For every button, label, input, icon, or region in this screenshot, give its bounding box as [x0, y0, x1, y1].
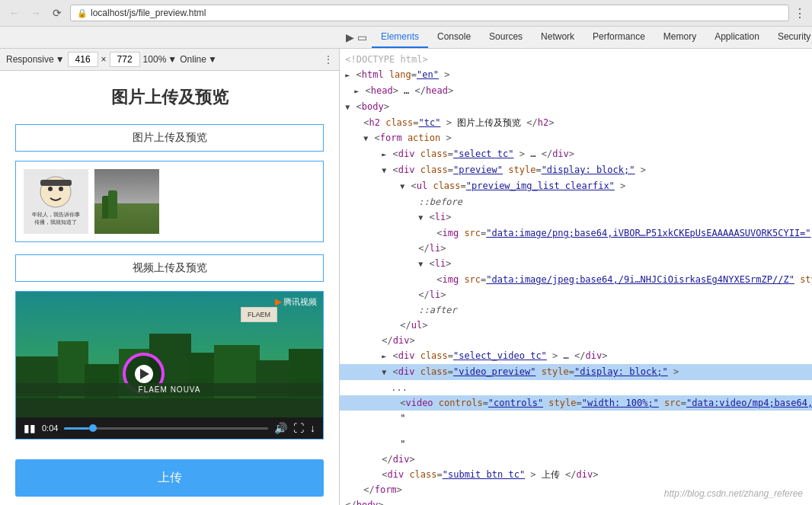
url-text: localhost/js/file_preview.html	[91, 8, 206, 18]
tree-line-div-preview[interactable]: ▼ <div class="preview" style="display: b…	[340, 162, 812, 178]
inspect-element-icon[interactable]: ▶	[346, 31, 354, 43]
tencent-label: 腾讯视频	[283, 296, 317, 308]
download-button[interactable]: ↓	[310, 422, 315, 434]
expand-ul-arrow: ▼	[400, 182, 404, 190]
tab-network[interactable]: Network	[532, 27, 583, 48]
tencent-icon: ▶	[275, 297, 281, 307]
landscape-image-preview	[94, 169, 159, 234]
video-thumbnail: FLAEM FLAEM NOUVA ▶ 腾讯视频	[16, 292, 323, 417]
tree-line-li-2[interactable]: ▼ <li>	[340, 256, 812, 272]
tree-line-div-select-video[interactable]: ► <div class="select_video tc" > … </div…	[340, 348, 812, 364]
lock-icon: 🔒	[77, 8, 88, 18]
svg-text:传播，我就知道了: 传播，我就知道了	[34, 219, 77, 225]
address-bar[interactable]: 🔒 localhost/js/file_preview.html	[70, 5, 789, 21]
tree-line-after[interactable]: ::after	[340, 302, 812, 318]
svg-text:年轻人，我告诉你事: 年轻人，我告诉你事	[32, 212, 80, 218]
toolbar-more-button[interactable]: ⋮	[324, 54, 333, 65]
expand-body-arrow: ▼	[345, 103, 350, 111]
reload-button[interactable]: ⟳	[49, 5, 66, 21]
more-options-button[interactable]: ⋮	[794, 6, 806, 21]
tab-performance[interactable]: Performance	[583, 27, 654, 48]
online-dropdown-icon: ▼	[208, 54, 217, 65]
billboard: FLAEM	[241, 307, 277, 322]
tree-line-li-2-close[interactable]: </li>	[340, 287, 812, 302]
zoom-label: 100%	[143, 54, 167, 65]
main-content: Responsive ▼ × 100% ▼ Online ▼ ⋮ 图片上传及预览…	[0, 49, 812, 505]
video-preview-container: FLAEM FLAEM NOUVA ▶ 腾讯视频 ▮▮ 0:04	[15, 291, 324, 439]
expand-li2-arrow: ▼	[418, 260, 423, 268]
tree-line-li-1[interactable]: ▼ <li>	[340, 209, 812, 225]
height-input[interactable]	[110, 52, 140, 67]
tab-memory[interactable]: Memory	[654, 27, 705, 48]
image-upload-button[interactable]: 图片上传及预览	[15, 124, 324, 152]
expand-div-select-arrow: ►	[382, 150, 386, 158]
tree-line-h2[interactable]: <h2 class="tc" > 图片上传及预览 </h2>	[340, 115, 812, 130]
devtools-tabs-bar: ▶ ▭ Elements Console Sources Network Per…	[0, 27, 812, 49]
pause-button[interactable]: ▮▮	[24, 422, 36, 434]
volume-button[interactable]: 🔊	[274, 422, 287, 434]
submit-button[interactable]: 上传	[15, 459, 324, 497]
tree-line-img-1[interactable]: <img src="data:image/png;base64,iVBOR…P5…	[340, 225, 812, 241]
tree-line-div-preview-close[interactable]: </div>	[340, 333, 812, 348]
webpage-panel: Responsive ▼ × 100% ▼ Online ▼ ⋮ 图片上传及预览…	[0, 49, 340, 505]
tree-line-form-close[interactable]: </form>	[340, 482, 812, 497]
online-select[interactable]: Online ▼	[180, 54, 217, 65]
tree-line-li-1-close[interactable]: </li>	[340, 241, 812, 256]
tree-line-body-close[interactable]: </body>	[340, 497, 812, 505]
tree-line-head[interactable]: ► <head> … </head>	[340, 83, 812, 99]
meme-image-preview: 年轻人，我告诉你事 传播，我就知道了	[24, 169, 88, 234]
width-input[interactable]	[68, 52, 98, 67]
tab-elements[interactable]: Elements	[372, 27, 428, 48]
expand-li1-arrow: ▼	[418, 213, 423, 222]
tree-line-body-open[interactable]: ▼ <body>	[340, 99, 812, 115]
tree-line-before[interactable]: ::before	[340, 194, 812, 209]
tree-line-dots[interactable]: ...	[340, 380, 812, 395]
tab-security[interactable]: Security	[769, 27, 812, 48]
dimension-separator: ×	[101, 54, 107, 65]
video-time: 0:04	[42, 423, 58, 433]
tree-line-html[interactable]: ► <html lang="en" >	[340, 67, 812, 83]
progress-dot	[89, 424, 97, 432]
after-pseudo: ::after	[418, 305, 457, 315]
zoom-select[interactable]: 100% ▼	[143, 54, 177, 65]
tree-line-div-video-close[interactable]: </div>	[340, 452, 812, 467]
video-caption: FLAEM NOUVA	[16, 383, 323, 396]
image-upload-section: 图片上传及预览 年轻人，我告诉你事 传播，我就知道了	[15, 124, 324, 242]
tree-line-div-select-tc[interactable]: ► <div class="select tc" > … </div>	[340, 146, 812, 162]
tree-line-video[interactable]: <video controls="controls" style="width:…	[340, 395, 812, 411]
tree-line-ul-close[interactable]: </ul>	[340, 318, 812, 333]
device-label: Responsive	[6, 54, 54, 65]
tree-line-form[interactable]: ▼ <form action >	[340, 130, 812, 146]
device-mode-icon[interactable]: ▭	[357, 31, 367, 43]
svg-point-3	[59, 187, 63, 191]
tree-line-ul[interactable]: ▼ <ul class="preview_img_list clearfix" …	[340, 178, 812, 194]
video-progress-bar[interactable]	[64, 427, 268, 430]
forward-button[interactable]: →	[27, 5, 44, 21]
expand-div-video-preview-arrow: ▼	[382, 368, 386, 376]
tree-line-doctype[interactable]: <!DOCTYPE html>	[340, 52, 812, 67]
devtools-tabs: Elements Console Sources Network Perform…	[372, 27, 812, 48]
back-button[interactable]: ←	[6, 5, 23, 21]
fullscreen-button[interactable]: ⛶	[293, 422, 304, 434]
tab-console[interactable]: Console	[428, 27, 480, 48]
tree-line-img-2[interactable]: <img src="data:image/jpeg;base64,/9i…NHJ…	[340, 272, 812, 287]
svg-point-2	[48, 187, 53, 191]
tree-line-text-1[interactable]: "	[340, 411, 812, 426]
devtools-icon-bar: ▶ ▭	[341, 28, 372, 46]
tree-line-text-2[interactable]: "	[340, 436, 812, 452]
tab-sources[interactable]: Sources	[480, 27, 532, 48]
before-pseudo: ::before	[418, 197, 462, 207]
video-controls: ▮▮ 0:04 🔊 ⛶ ↓	[16, 417, 323, 439]
progress-fill	[64, 427, 88, 430]
tree-line-div-submit[interactable]: <div class="submit btn tc" > 上传 </div>	[340, 467, 812, 482]
online-label: Online	[180, 54, 206, 65]
tree-line-div-video-preview[interactable]: ▼ <div class="video_preview" style="disp…	[340, 364, 812, 380]
responsive-toolbar: Responsive ▼ × 100% ▼ Online ▼ ⋮	[0, 49, 339, 71]
video-upload-button[interactable]: 视频上传及预览	[15, 254, 324, 282]
device-select[interactable]: Responsive ▼	[6, 54, 65, 65]
tab-application[interactable]: Application	[705, 27, 769, 48]
video-upload-section: 视频上传及预览	[15, 254, 324, 439]
nav-bar: ← → ⟳ 🔒 localhost/js/file_preview.html ⋮	[0, 0, 812, 26]
devtools-panel: <!DOCTYPE html> ► <html lang="en" > ► <h…	[340, 49, 812, 505]
doctype-text: <!DOCTYPE html>	[345, 54, 427, 65]
